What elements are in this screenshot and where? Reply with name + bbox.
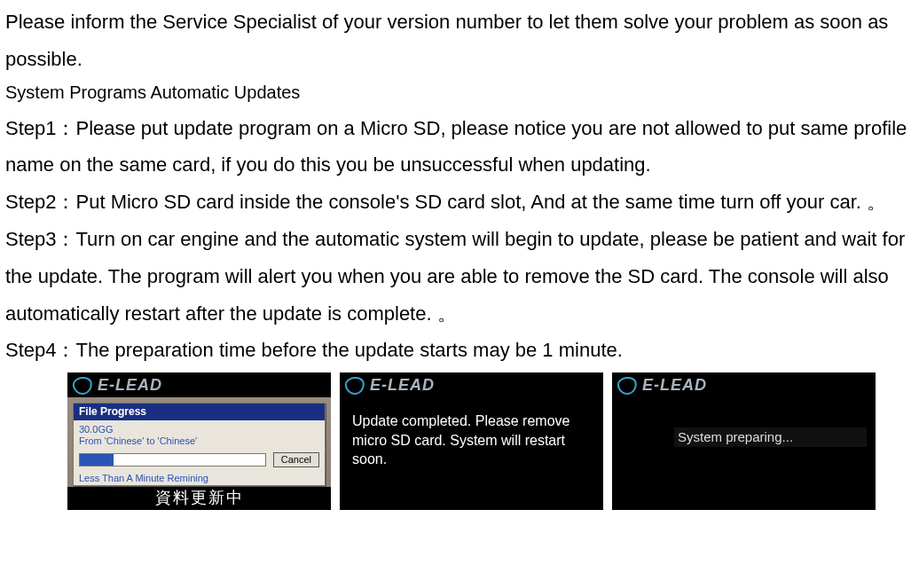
- brand-text: E-LEAD: [642, 376, 707, 396]
- step-1: Step1：Please put update program on a Mic…: [5, 110, 914, 184]
- brand-header: E-LEAD: [67, 372, 331, 397]
- screenshot-row: E-LEAD File Progress 30.0GG From 'Chines…: [67, 372, 914, 510]
- elead-logo-icon: [617, 377, 637, 395]
- cancel-button[interactable]: Cancel: [273, 452, 319, 467]
- file-progress-dialog: File Progress 30.0GG From 'Chinese' to '…: [73, 403, 326, 486]
- step-3: Step3：Turn on car engine and the automat…: [5, 221, 914, 332]
- step-4: Step4：The preparation time before the up…: [5, 332, 914, 369]
- brand-text: E-LEAD: [370, 376, 435, 396]
- screenshot-file-progress: E-LEAD File Progress 30.0GG From 'Chines…: [67, 372, 331, 510]
- progress-bar: [79, 453, 266, 466]
- brand-text: E-LEAD: [98, 376, 162, 396]
- progress-file-name: 30.0GG: [79, 424, 319, 435]
- update-completed-message: Update completed. Please remove micro SD…: [340, 397, 603, 469]
- intro-text: Please inform the Service Specialist of …: [5, 4, 914, 78]
- step-2: Step2：Put Micro SD card inside the conso…: [5, 184, 914, 221]
- brand-header: E-LEAD: [340, 372, 603, 397]
- progress-from-to: From 'Chinese' to 'Chinese': [79, 435, 319, 447]
- time-remaining: Less Than A Minute Remining: [79, 473, 319, 484]
- updating-footer: 資料更新中: [67, 487, 331, 511]
- dialog-title: File Progress: [74, 404, 325, 419]
- preparing-progress-bar: [674, 452, 844, 468]
- elead-logo-icon: [345, 377, 365, 395]
- screenshot-system-preparing: E-LEAD System preparing...: [612, 372, 876, 510]
- section-subheading: System Programs Automatic Updates: [5, 80, 914, 105]
- screenshot-update-completed: E-LEAD Update completed. Please remove m…: [340, 372, 603, 510]
- elead-logo-icon: [73, 377, 92, 395]
- system-preparing-message: System preparing...: [674, 427, 867, 447]
- brand-header: E-LEAD: [612, 372, 876, 397]
